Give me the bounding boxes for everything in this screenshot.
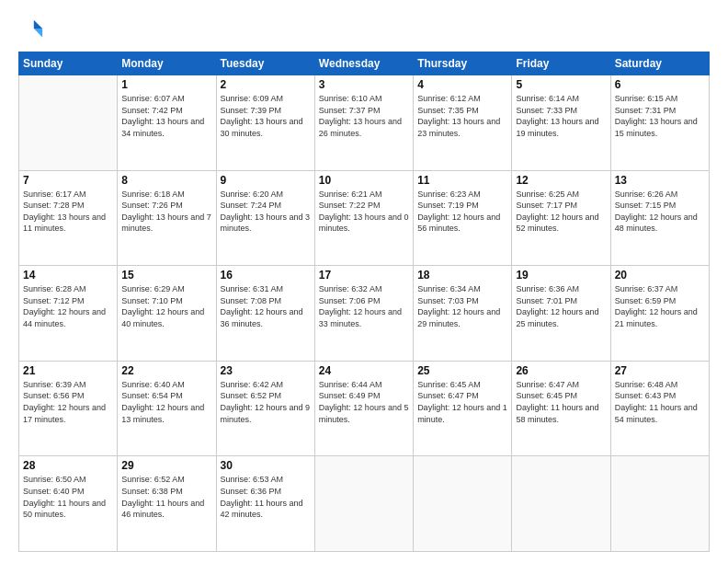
calendar-cell: 7Sunrise: 6:17 AMSunset: 7:28 PMDaylight… (19, 170, 118, 266)
weekday-header-saturday: Saturday (610, 52, 709, 75)
day-number: 1 (121, 78, 211, 91)
calendar-cell: 1Sunrise: 6:07 AMSunset: 7:42 PMDaylight… (118, 75, 216, 171)
day-info: Sunrise: 6:36 AMSunset: 7:01 PMDaylight:… (516, 283, 606, 329)
day-number: 18 (417, 269, 507, 282)
calendar-week-3: 14Sunrise: 6:28 AMSunset: 7:12 PMDayligh… (19, 266, 710, 362)
day-info: Sunrise: 6:12 AMSunset: 7:35 PMDaylight:… (417, 93, 507, 139)
day-info: Sunrise: 6:37 AMSunset: 6:59 PMDaylight:… (615, 283, 705, 329)
day-info: Sunrise: 6:39 AMSunset: 6:56 PMDaylight:… (23, 379, 113, 425)
calendar-cell (610, 456, 709, 552)
calendar-week-1: 1Sunrise: 6:07 AMSunset: 7:42 PMDaylight… (19, 75, 710, 171)
calendar-cell: 12Sunrise: 6:25 AMSunset: 7:17 PMDayligh… (512, 170, 610, 266)
weekday-header-monday: Monday (118, 52, 216, 75)
day-number: 21 (23, 364, 113, 377)
calendar-cell: 15Sunrise: 6:29 AMSunset: 7:10 PMDayligh… (118, 266, 216, 362)
calendar-cell: 27Sunrise: 6:48 AMSunset: 6:43 PMDayligh… (610, 361, 709, 456)
day-info: Sunrise: 6:10 AMSunset: 7:37 PMDaylight:… (319, 93, 409, 139)
day-number: 16 (221, 269, 311, 282)
day-number: 22 (121, 364, 211, 377)
day-info: Sunrise: 6:32 AMSunset: 7:06 PMDaylight:… (319, 283, 409, 329)
day-number: 23 (221, 364, 311, 377)
day-number: 20 (615, 269, 705, 282)
day-info: Sunrise: 6:50 AMSunset: 6:40 PMDaylight:… (23, 474, 113, 520)
weekday-header-thursday: Thursday (414, 52, 512, 75)
day-number: 5 (516, 78, 606, 91)
day-info: Sunrise: 6:48 AMSunset: 6:43 PMDaylight:… (615, 379, 705, 425)
calendar-cell (512, 456, 610, 552)
day-info: Sunrise: 6:14 AMSunset: 7:33 PMDaylight:… (516, 93, 606, 139)
day-number: 28 (23, 459, 113, 472)
calendar-cell: 25Sunrise: 6:45 AMSunset: 6:47 PMDayligh… (414, 361, 512, 456)
day-number: 19 (516, 269, 606, 282)
day-number: 11 (417, 174, 507, 187)
weekday-header-row: SundayMondayTuesdayWednesdayThursdayFrid… (19, 52, 710, 75)
weekday-header-friday: Friday (512, 52, 610, 75)
day-info: Sunrise: 6:09 AMSunset: 7:39 PMDaylight:… (221, 93, 311, 139)
day-number: 13 (615, 174, 705, 187)
day-number: 17 (319, 269, 409, 282)
calendar-cell: 24Sunrise: 6:44 AMSunset: 6:49 PMDayligh… (314, 361, 413, 456)
calendar-cell: 4Sunrise: 6:12 AMSunset: 7:35 PMDaylight… (414, 75, 512, 171)
day-number: 12 (516, 174, 606, 187)
svg-marker-0 (34, 20, 42, 29)
calendar-cell: 20Sunrise: 6:37 AMSunset: 6:59 PMDayligh… (610, 266, 709, 362)
day-info: Sunrise: 6:21 AMSunset: 7:22 PMDaylight:… (319, 189, 409, 235)
calendar-cell (414, 456, 512, 552)
day-info: Sunrise: 6:25 AMSunset: 7:17 PMDaylight:… (516, 189, 606, 235)
calendar-cell: 22Sunrise: 6:40 AMSunset: 6:54 PMDayligh… (118, 361, 216, 456)
day-number: 25 (417, 364, 507, 377)
calendar-cell: 19Sunrise: 6:36 AMSunset: 7:01 PMDayligh… (512, 266, 610, 362)
day-info: Sunrise: 6:31 AMSunset: 7:08 PMDaylight:… (221, 283, 311, 329)
day-info: Sunrise: 6:07 AMSunset: 7:42 PMDaylight:… (121, 93, 211, 139)
day-number: 14 (23, 269, 113, 282)
day-number: 8 (121, 174, 211, 187)
header (18, 17, 710, 42)
day-info: Sunrise: 6:26 AMSunset: 7:15 PMDaylight:… (615, 189, 705, 235)
day-info: Sunrise: 6:42 AMSunset: 6:52 PMDaylight:… (221, 379, 311, 425)
calendar-cell: 3Sunrise: 6:10 AMSunset: 7:37 PMDaylight… (314, 75, 413, 171)
day-number: 30 (221, 459, 311, 472)
day-info: Sunrise: 6:28 AMSunset: 7:12 PMDaylight:… (23, 283, 113, 329)
day-number: 6 (615, 78, 705, 91)
day-info: Sunrise: 6:53 AMSunset: 6:36 PMDaylight:… (221, 474, 311, 520)
day-number: 26 (516, 364, 606, 377)
calendar-cell: 28Sunrise: 6:50 AMSunset: 6:40 PMDayligh… (19, 456, 118, 552)
weekday-header-tuesday: Tuesday (216, 52, 314, 75)
day-number: 7 (23, 174, 113, 187)
calendar-cell: 26Sunrise: 6:47 AMSunset: 6:45 PMDayligh… (512, 361, 610, 456)
day-number: 3 (319, 78, 409, 91)
day-info: Sunrise: 6:45 AMSunset: 6:47 PMDaylight:… (417, 379, 507, 425)
day-info: Sunrise: 6:20 AMSunset: 7:24 PMDaylight:… (221, 189, 311, 235)
calendar-cell (19, 75, 118, 171)
logo-icon (18, 17, 44, 42)
calendar-cell: 14Sunrise: 6:28 AMSunset: 7:12 PMDayligh… (19, 266, 118, 362)
day-number: 29 (121, 459, 211, 472)
calendar-cell: 18Sunrise: 6:34 AMSunset: 7:03 PMDayligh… (414, 266, 512, 362)
day-info: Sunrise: 6:52 AMSunset: 6:38 PMDaylight:… (121, 474, 211, 520)
calendar-cell: 21Sunrise: 6:39 AMSunset: 6:56 PMDayligh… (19, 361, 118, 456)
day-info: Sunrise: 6:40 AMSunset: 6:54 PMDaylight:… (121, 379, 211, 425)
calendar-table: SundayMondayTuesdayWednesdayThursdayFrid… (18, 52, 710, 552)
day-info: Sunrise: 6:23 AMSunset: 7:19 PMDaylight:… (417, 189, 507, 235)
calendar-week-5: 28Sunrise: 6:50 AMSunset: 6:40 PMDayligh… (19, 456, 710, 552)
calendar-cell: 9Sunrise: 6:20 AMSunset: 7:24 PMDaylight… (216, 170, 314, 266)
calendar-cell (314, 456, 413, 552)
calendar-cell: 17Sunrise: 6:32 AMSunset: 7:06 PMDayligh… (314, 266, 413, 362)
calendar-cell: 8Sunrise: 6:18 AMSunset: 7:26 PMDaylight… (118, 170, 216, 266)
day-info: Sunrise: 6:15 AMSunset: 7:31 PMDaylight:… (615, 93, 705, 139)
calendar-cell: 30Sunrise: 6:53 AMSunset: 6:36 PMDayligh… (216, 456, 314, 552)
day-number: 9 (221, 174, 311, 187)
day-info: Sunrise: 6:29 AMSunset: 7:10 PMDaylight:… (121, 283, 211, 329)
day-number: 10 (319, 174, 409, 187)
calendar-cell: 2Sunrise: 6:09 AMSunset: 7:39 PMDaylight… (216, 75, 314, 171)
logo (18, 17, 48, 42)
weekday-header-sunday: Sunday (19, 52, 118, 75)
calendar-cell: 5Sunrise: 6:14 AMSunset: 7:33 PMDaylight… (512, 75, 610, 171)
svg-marker-1 (34, 29, 42, 37)
day-info: Sunrise: 6:47 AMSunset: 6:45 PMDaylight:… (516, 379, 606, 425)
day-number: 24 (319, 364, 409, 377)
calendar-cell: 13Sunrise: 6:26 AMSunset: 7:15 PMDayligh… (610, 170, 709, 266)
calendar-cell: 29Sunrise: 6:52 AMSunset: 6:38 PMDayligh… (118, 456, 216, 552)
day-number: 27 (615, 364, 705, 377)
calendar-week-4: 21Sunrise: 6:39 AMSunset: 6:56 PMDayligh… (19, 361, 710, 456)
